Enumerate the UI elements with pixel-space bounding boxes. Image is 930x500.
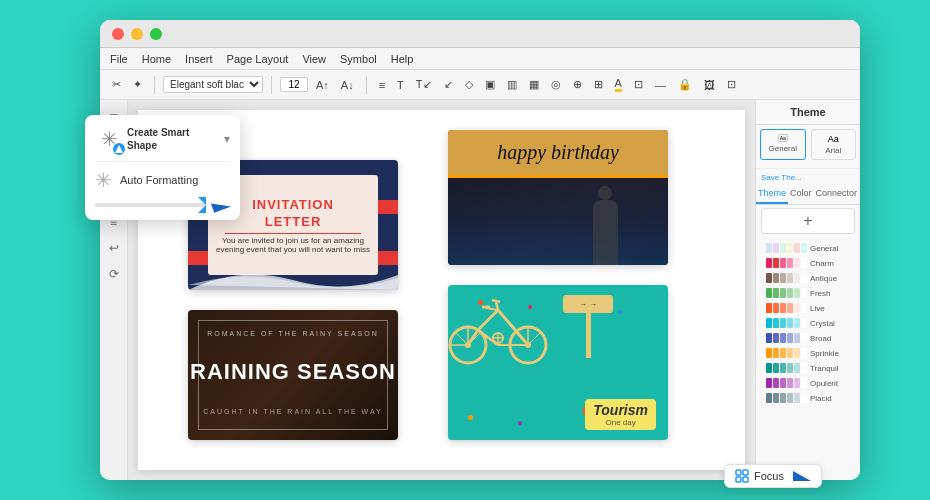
shape2-button[interactable]: ▥ [503,76,521,93]
color-chip[interactable] [794,378,800,388]
sidebar-icon-6[interactable]: ↩ [104,238,124,258]
menu-file[interactable]: File [110,53,128,65]
focus-button[interactable]: Focus [724,464,822,488]
slider-track[interactable] [95,203,206,207]
birthday-card[interactable]: happy birthday [448,130,668,265]
color-row-2[interactable]: Antique [761,272,855,284]
color-chip[interactable] [766,348,772,358]
color-chip[interactable] [773,348,779,358]
color-chip[interactable] [801,303,807,313]
color-chip[interactable] [766,258,772,268]
color-chip[interactable] [794,258,800,268]
color-chip[interactable] [780,258,786,268]
color-chip[interactable] [780,348,786,358]
color-chip[interactable] [787,378,793,388]
color-chip[interactable] [766,378,772,388]
color-chip[interactable] [780,318,786,328]
color-chip[interactable] [787,348,793,358]
color-chip[interactable] [773,333,779,343]
color-chip[interactable] [780,243,786,253]
sidebar-icon-7[interactable]: ⟳ [104,264,124,284]
close-button[interactable] [112,28,124,40]
color-chip[interactable] [766,333,772,343]
color-chip[interactable] [773,393,779,403]
color-row-3[interactable]: Fresh [761,287,855,299]
color-chip[interactable] [766,273,772,283]
color-chip[interactable] [801,333,807,343]
color-chip[interactable] [787,363,793,373]
color-chip[interactable] [773,363,779,373]
color-chip[interactable] [773,318,779,328]
font-size-down[interactable]: A↓ [337,77,358,93]
tab-theme[interactable]: Theme [756,184,788,204]
image-button[interactable]: 🖼 [700,77,719,93]
color-row-1[interactable]: Charm [761,257,855,269]
color-chip[interactable] [787,318,793,328]
text-angle-button[interactable]: T↙ [412,76,436,93]
color-chip[interactable] [780,288,786,298]
insert-shape-button[interactable]: ↙ [440,76,457,93]
color-chip[interactable] [773,303,779,313]
theme-general-box[interactable]: Aa General [760,129,806,160]
color-chip[interactable] [801,393,807,403]
color-chip[interactable] [801,363,807,373]
color-chip[interactable] [787,273,793,283]
color-chip[interactable] [773,273,779,283]
circle-button[interactable]: ◎ [547,76,565,93]
add-color-button[interactable]: + [761,208,855,234]
color-chip[interactable] [794,288,800,298]
cut-button[interactable]: ✂ [108,76,125,93]
text-button[interactable]: T [393,77,408,93]
tab-connector[interactable]: Connector [814,184,860,204]
color-row-8[interactable]: Tranquil [761,362,855,374]
minimize-button[interactable] [131,28,143,40]
color-chip[interactable] [794,318,800,328]
color-row-0[interactable]: General [761,242,855,254]
color-chip[interactable] [801,273,807,283]
lock-button[interactable]: 🔒 [674,76,696,93]
color-chip[interactable] [787,243,793,253]
color-chip[interactable] [794,303,800,313]
tab-text[interactable]: Text [859,184,860,204]
menu-symbol[interactable]: Symbol [340,53,377,65]
color-chip[interactable] [787,258,793,268]
save-theme-label[interactable]: Save The... [761,173,802,182]
color-chip[interactable] [801,258,807,268]
color-chip[interactable] [801,318,807,328]
color-chip[interactable] [794,333,800,343]
menu-page-layout[interactable]: Page Layout [227,53,289,65]
color-chip[interactable] [787,303,793,313]
color-row-5[interactable]: Crystal [761,317,855,329]
color-chip[interactable] [801,243,807,253]
color-chip[interactable] [780,363,786,373]
color-chip[interactable] [766,288,772,298]
color-chip[interactable] [794,393,800,403]
raining-card[interactable]: ROMANCE OF THE RAINY SEASON RAINING SEAS… [188,310,398,440]
theme-arial-box[interactable]: Aa Arial [811,129,857,160]
menu-home[interactable]: Home [142,53,171,65]
color-row-7[interactable]: Sprinkle [761,347,855,359]
tourism-card[interactable]: → → Tourism One day [448,285,668,440]
color-chip[interactable] [766,363,772,373]
color-chip[interactable] [773,288,779,298]
color-chip[interactable] [787,393,793,403]
color-chip[interactable] [794,273,800,283]
tab-color[interactable]: Color [788,184,814,204]
color-chip[interactable] [773,378,779,388]
font-size-up[interactable]: A↑ [312,77,333,93]
shape3-button[interactable]: ▦ [525,76,543,93]
color-chip[interactable] [780,378,786,388]
diamond-button[interactable]: ◇ [461,76,477,93]
format-painter-button[interactable]: ✦ [129,76,146,93]
more-button[interactable]: ⊡ [723,76,740,93]
color-chip[interactable] [780,333,786,343]
color-chip[interactable] [801,378,807,388]
color-chip[interactable] [780,273,786,283]
align-button[interactable]: ≡ [375,77,389,93]
color-row-6[interactable]: Broad [761,332,855,344]
color-chip[interactable] [773,243,779,253]
menu-help[interactable]: Help [391,53,414,65]
color-row-9[interactable]: Opulent [761,377,855,389]
color-row-10[interactable]: Placid [761,392,855,404]
connector-button[interactable]: ⊡ [630,76,647,93]
